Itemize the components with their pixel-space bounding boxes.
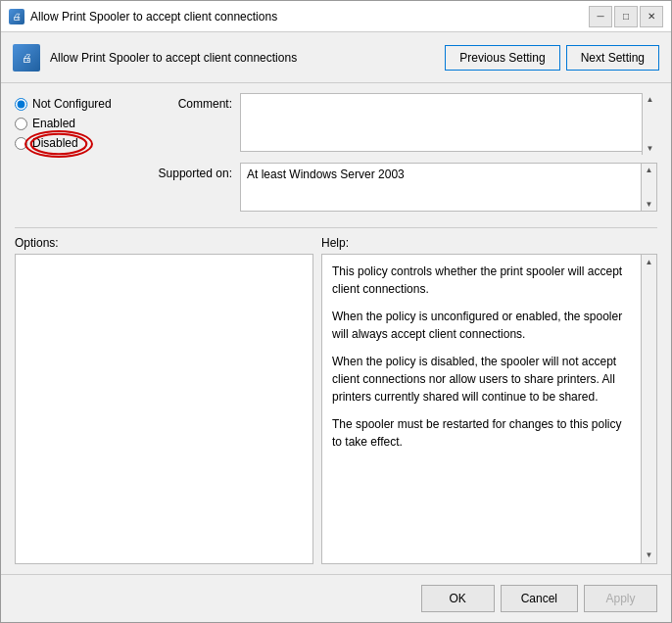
maximize-button[interactable]: □	[614, 6, 638, 27]
supported-label: Supported on:	[144, 163, 232, 180]
previous-setting-button[interactable]: Previous Setting	[445, 45, 559, 71]
options-box	[15, 254, 313, 564]
options-label: Options:	[15, 236, 313, 250]
title-bar: 🖨 Allow Print Spooler to accept client c…	[1, 1, 671, 32]
comment-textarea[interactable]	[240, 93, 657, 152]
cancel-button[interactable]: Cancel	[501, 585, 578, 612]
enabled-option[interactable]: Enabled	[15, 117, 132, 130]
enabled-radio[interactable]	[15, 118, 27, 130]
right-section: Comment: ▲ ▼ Supported on: At least Wind…	[144, 93, 657, 212]
help-paragraph-4: The spooler must be restarted for change…	[332, 415, 629, 451]
help-panel: Help: This policy controls whether the p…	[321, 236, 657, 564]
bottom-section: Options: Help: This policy controls whet…	[15, 236, 657, 564]
supported-value: At least Windows Server 2003	[247, 168, 650, 181]
supported-scrollbar[interactable]: ▲ ▼	[641, 164, 656, 211]
main-window: 🖨 Allow Print Spooler to accept client c…	[0, 0, 672, 623]
disabled-label: Disabled	[32, 136, 78, 150]
not-configured-label: Not Configured	[32, 97, 112, 111]
radio-group: Not Configured Enabled Disabled	[15, 93, 132, 212]
help-scroll-down-icon: ▼	[646, 550, 653, 561]
supported-row: Supported on: At least Windows Server 20…	[144, 163, 657, 212]
close-button[interactable]: ✕	[640, 6, 663, 27]
sup-scroll-down-icon: ▼	[646, 200, 653, 209]
disabled-option[interactable]: Disabled	[15, 136, 132, 150]
not-configured-option[interactable]: Not Configured	[15, 97, 132, 111]
window-icon: 🖨	[9, 9, 24, 24]
sup-scroll-up-icon: ▲	[646, 166, 653, 174]
enabled-label: Enabled	[32, 117, 75, 130]
scroll-down-icon: ▼	[647, 144, 654, 153]
help-label: Help:	[321, 236, 657, 250]
help-paragraph-3: When the policy is disabled, the spooler…	[332, 353, 629, 406]
policy-icon: 🖨	[13, 44, 40, 72]
ok-button[interactable]: OK	[421, 585, 495, 612]
options-panel: Options:	[15, 236, 313, 564]
comment-row: Comment: ▲ ▼	[144, 93, 657, 155]
footer: OK Cancel Apply	[1, 574, 671, 622]
disabled-label-container: Disabled	[32, 136, 78, 150]
help-paragraph-1: This policy controls whether the print s…	[332, 263, 629, 298]
content-area: Not Configured Enabled Disabled	[1, 83, 671, 574]
title-bar-controls: ─ □ ✕	[589, 6, 663, 27]
supported-container: At least Windows Server 2003 ▲ ▼	[240, 163, 657, 212]
comment-label: Comment:	[144, 93, 232, 111]
header-bar: 🖨 Allow Print Spooler to accept client c…	[1, 32, 671, 83]
supported-box: At least Windows Server 2003 ▲ ▼	[240, 163, 657, 212]
minimize-button[interactable]: ─	[589, 6, 612, 27]
policy-title: Allow Print Spooler to accept client con…	[50, 51, 435, 65]
window-title: Allow Print Spooler to accept client con…	[30, 10, 589, 24]
comment-scrollbar[interactable]: ▲ ▼	[642, 93, 657, 155]
apply-button[interactable]: Apply	[584, 585, 657, 612]
next-setting-button[interactable]: Next Setting	[566, 45, 659, 71]
not-configured-radio[interactable]	[15, 98, 27, 111]
divider	[15, 227, 657, 228]
help-paragraph-2: When the policy is unconfigured or enabl…	[332, 308, 629, 343]
top-section: Not Configured Enabled Disabled	[15, 93, 657, 212]
scroll-up-icon: ▲	[647, 95, 654, 104]
help-box: This policy controls whether the print s…	[321, 254, 657, 564]
help-text: This policy controls whether the print s…	[332, 263, 647, 451]
comment-container: ▲ ▼	[240, 93, 657, 155]
navigation-buttons: Previous Setting Next Setting	[445, 45, 659, 71]
help-scrollbar[interactable]: ▲ ▼	[641, 255, 656, 563]
disabled-radio[interactable]	[15, 137, 27, 150]
help-scroll-up-icon: ▲	[646, 257, 653, 268]
